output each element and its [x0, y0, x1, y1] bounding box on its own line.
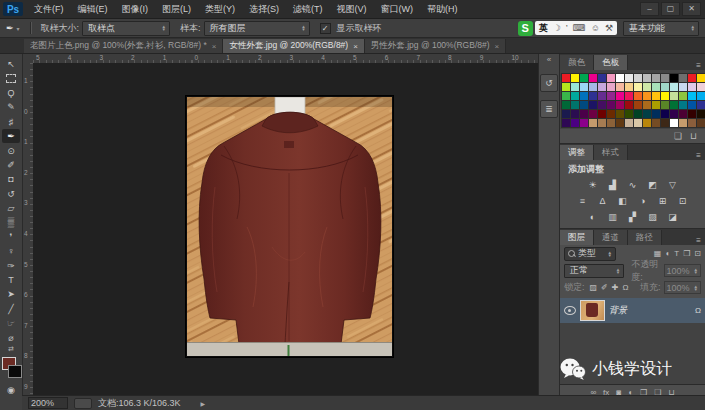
close-tab-icon[interactable]: × [353, 42, 358, 51]
fill-input[interactable]: 100% ▲▼ [664, 281, 702, 294]
history-brush-tool[interactable]: ↺ [2, 187, 20, 201]
color-swatch[interactable] [580, 92, 588, 100]
color-swatch[interactable] [688, 110, 696, 118]
color-swatch[interactable] [652, 110, 660, 118]
move-tool[interactable]: ↖ [2, 57, 20, 71]
ime-keyboard-icon[interactable]: ⌨ [573, 23, 586, 33]
color-swatch[interactable] [634, 83, 642, 91]
color-swatch[interactable] [616, 74, 624, 82]
dodge-tool[interactable]: ♀ [2, 244, 20, 258]
color-swatch[interactable] [616, 119, 624, 127]
background-color-swatch[interactable] [8, 365, 22, 378]
color-swatch[interactable] [616, 83, 624, 91]
channel-mixer-icon[interactable]: ⊞ [654, 194, 671, 208]
color-lookup-icon[interactable]: ⊡ [674, 194, 691, 208]
color-swatch[interactable] [562, 119, 570, 127]
color-swatch[interactable] [643, 83, 651, 91]
color-swatch[interactable] [580, 110, 588, 118]
history-panel-icon[interactable]: ↺ [540, 74, 558, 92]
color-swatch[interactable] [598, 92, 606, 100]
workspace-dropdown[interactable]: 基本功能 ▲▼ [623, 21, 699, 36]
lock-all-icon[interactable]: Ω [622, 283, 628, 292]
color-swatch[interactable] [607, 92, 615, 100]
color-swatch[interactable] [670, 92, 678, 100]
filter-smart-objects-icon[interactable]: ⊡ [694, 249, 701, 258]
levels-icon[interactable]: ▟ [604, 178, 621, 192]
color-swatch[interactable] [589, 92, 597, 100]
color-swatch[interactable] [571, 92, 579, 100]
delete-swatch-icon[interactable]: ⊔ [690, 131, 697, 141]
color-swatch[interactable] [625, 74, 633, 82]
color-swatch[interactable] [562, 83, 570, 91]
selective-color-icon[interactable]: ◪ [664, 210, 681, 224]
lock-position-icon[interactable]: ✚ [612, 283, 619, 292]
color-swatch[interactable] [625, 119, 633, 127]
filter-adjustment-layers-icon[interactable]: ◐ [665, 249, 670, 258]
color-swatch[interactable] [598, 74, 606, 82]
panel-tab[interactable]: 通道 [594, 230, 628, 245]
color-swatch[interactable] [634, 119, 642, 127]
color-swatch[interactable] [688, 83, 696, 91]
color-swatch[interactable] [634, 101, 642, 109]
color-swatch[interactable] [625, 92, 633, 100]
layer-row[interactable]: 背景 Ω [560, 298, 705, 323]
color-swatch[interactable] [562, 110, 570, 118]
menu-item[interactable]: 类型(Y) [198, 0, 242, 18]
color-swatch[interactable] [670, 110, 678, 118]
lock-transparent-pixels-icon[interactable]: ▨ [590, 283, 598, 292]
color-swatch[interactable] [661, 92, 669, 100]
menu-item[interactable]: 图层(L) [155, 0, 198, 18]
panel-menu-icon[interactable]: ≡ [696, 61, 705, 70]
color-swatch[interactable] [679, 83, 687, 91]
color-swatch[interactable] [598, 83, 606, 91]
menu-item[interactable]: 帮助(H) [420, 0, 465, 18]
minimize-button[interactable]: – [640, 2, 659, 16]
color-swatch[interactable] [607, 110, 615, 118]
panel-tab[interactable]: 色板 [594, 55, 628, 70]
layer-thumbnail[interactable] [580, 300, 605, 321]
color-swatch[interactable] [616, 101, 624, 109]
color-swatch[interactable] [589, 83, 597, 91]
color-swatch[interactable] [634, 74, 642, 82]
menu-item[interactable]: 滤镜(T) [286, 0, 330, 18]
color-swatch[interactable] [607, 119, 615, 127]
document-tab[interactable]: 老图片上色.png @ 100%(外套,衬衫, RGB/8#) * × [24, 39, 223, 53]
color-swatch[interactable] [643, 119, 651, 127]
menu-item[interactable]: 文件(F) [27, 0, 71, 18]
eraser-tool[interactable]: ▱ [2, 201, 20, 215]
ime-punctuation-icon[interactable]: ’ [566, 23, 568, 33]
color-swatch[interactable] [607, 74, 615, 82]
hue-saturation-icon[interactable]: ≡ [574, 194, 591, 208]
ime-mode-button[interactable]: 英 [539, 22, 548, 35]
type-tool[interactable]: T [2, 273, 20, 287]
clone-stamp-tool[interactable]: ◘ [2, 172, 20, 186]
color-swatch[interactable] [679, 101, 687, 109]
zoom-tool[interactable]: ⌀ [2, 330, 20, 344]
menu-item[interactable]: 图像(I) [115, 0, 156, 18]
panel-tab[interactable]: 图层 [560, 230, 594, 245]
color-swatch[interactable] [580, 119, 588, 127]
gradient-map-icon[interactable]: ▨ [644, 210, 661, 224]
zoom-level-input[interactable]: 200% [28, 397, 68, 409]
close-button[interactable]: ✕ [682, 2, 701, 16]
color-swatch[interactable] [697, 92, 705, 100]
color-swatch[interactable] [688, 92, 696, 100]
sample-layers-dropdown[interactable]: 所有图层 ▲▼ [204, 21, 310, 36]
color-swatch[interactable] [625, 101, 633, 109]
menu-item[interactable]: 视图(V) [330, 0, 374, 18]
ime-wrench-icon[interactable]: ⚒ [605, 23, 613, 33]
quick-mask-button[interactable]: ◉ [2, 383, 20, 397]
canvas-image[interactable] [186, 96, 393, 357]
ime-user-icon[interactable]: ☺ [591, 23, 600, 33]
color-swatch[interactable] [652, 101, 660, 109]
gradient-tool[interactable]: ▒ [2, 215, 20, 229]
eyedropper-tool[interactable]: ✒ [2, 129, 20, 143]
line-tool[interactable]: ╱ [2, 302, 20, 316]
invert-icon[interactable]: ◐ [584, 210, 601, 224]
color-swatch[interactable] [580, 83, 588, 91]
color-swatch[interactable] [652, 92, 660, 100]
color-swatch[interactable] [598, 101, 606, 109]
color-swatch[interactable] [679, 92, 687, 100]
color-swatch[interactable] [589, 101, 597, 109]
current-tool-chip[interactable]: ✒ ▾ [6, 23, 20, 33]
